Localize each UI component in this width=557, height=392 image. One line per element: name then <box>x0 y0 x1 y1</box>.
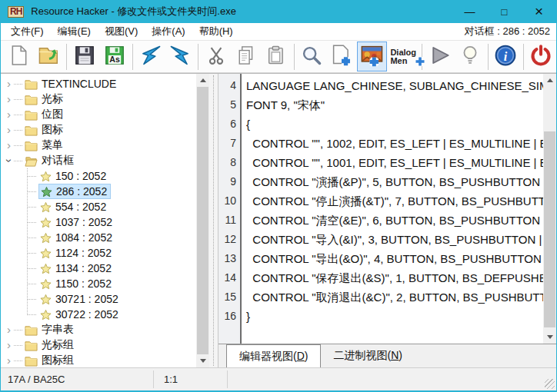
tree-guide <box>28 284 36 284</box>
menu-help[interactable]: 帮助(H) <box>192 23 240 40</box>
menu-edit[interactable]: 编辑(E) <box>51 23 98 40</box>
tree-guide <box>14 345 22 346</box>
minimize-button[interactable]: — <box>452 0 487 23</box>
tree-guide <box>14 99 22 100</box>
tree-guide <box>14 360 22 361</box>
code-line: CONTROL "保存退出(&S)", 1, BUTTON, BS_DEFPUS… <box>246 268 543 287</box>
chevron-right-icon[interactable]: › <box>4 338 14 352</box>
new-document-button[interactable] <box>4 42 34 71</box>
tree-item-1124-2052[interactable]: 1124 : 2052 <box>1 245 196 261</box>
go-back-button[interactable] <box>135 42 165 71</box>
search-icon <box>301 45 322 69</box>
chevron-right-icon[interactable]: › <box>4 77 14 91</box>
tree-guide <box>28 253 36 254</box>
code-line: CONTROL "清空(&E)", 6, BUTTON, BS_PUSHBUTT… <box>246 211 543 230</box>
star-icon <box>40 201 52 213</box>
resize-grip[interactable] <box>545 379 555 389</box>
toolbar-separator <box>294 44 295 70</box>
tree-item-150-2052[interactable]: 150 : 2052 <box>1 168 196 184</box>
chevron-down-icon[interactable]: › <box>2 156 16 166</box>
tree-item-30722-2052[interactable]: 30722 : 2052 <box>1 307 196 322</box>
scroll-up-arrow[interactable] <box>196 74 209 87</box>
editor-scrollbar-thumb[interactable] <box>544 131 555 327</box>
tree-item-286-2052[interactable]: 286 : 2052 <box>1 184 196 199</box>
sidebar-item-stringtable[interactable]: › 字串表 <box>1 322 196 337</box>
paste-button[interactable] <box>262 42 292 71</box>
chevron-right-icon[interactable]: › <box>4 123 14 137</box>
scroll-down-arrow[interactable] <box>543 331 556 344</box>
paste-icon <box>265 45 287 69</box>
power-icon <box>529 44 552 70</box>
sidebar-item-icon[interactable]: › 图标 <box>1 122 196 138</box>
chevron-right-icon[interactable]: › <box>4 323 14 337</box>
tree-scrollbar[interactable] <box>196 74 209 367</box>
maximize-button[interactable]: □ <box>487 0 522 23</box>
save-button[interactable] <box>69 42 99 71</box>
back-arrow-icon <box>138 44 162 70</box>
editor-scrollbar[interactable] <box>543 74 556 344</box>
sidebar-item-menu[interactable]: › 菜单 <box>1 138 196 153</box>
tree-item-1150-2052[interactable]: 1150 : 2052 <box>1 276 196 291</box>
panel-splitter[interactable] <box>209 74 218 367</box>
resource-hacker-window: RH Resource Hacker - 修改文件或文件夹时间.exe — □ … <box>0 0 557 392</box>
app-icon: RH <box>8 6 24 18</box>
code-editor[interactable]: LANGUAGE LANG_CHINESE, SUBLANG_CHINESE_S… <box>242 74 543 344</box>
cut-button[interactable] <box>201 42 231 71</box>
tree-item-1037-2052[interactable]: 1037 : 2052 <box>1 214 196 230</box>
chevron-right-icon[interactable]: › <box>4 138 14 152</box>
open-folder-icon <box>25 155 38 167</box>
view-tab-bar: 编辑器视图(D) 二进制视图(N) <box>218 344 556 367</box>
add-dialog-menu-button[interactable]: Dialog Men <box>387 42 419 71</box>
find-button[interactable] <box>297 42 327 71</box>
run-button[interactable] <box>425 42 455 71</box>
tree-guide <box>28 176 36 177</box>
add-resource-button[interactable] <box>327 42 357 71</box>
hints-button[interactable] <box>455 42 485 71</box>
menu-view[interactable]: 视图(V) <box>98 23 145 40</box>
chevron-right-icon[interactable]: › <box>4 354 14 367</box>
new-document-icon <box>9 44 29 70</box>
open-file-button[interactable] <box>34 42 64 71</box>
status-position: 1:1 <box>154 368 227 390</box>
copy-icon <box>235 45 257 69</box>
plus-icon <box>415 56 425 68</box>
chevron-right-icon[interactable]: › <box>4 92 14 106</box>
sidebar-item-dialog[interactable]: › 对话框 <box>1 153 196 168</box>
code-line: CONTROL "演播(&P)", 5, BUTTON, BS_PUSHBUTT… <box>246 172 543 191</box>
copy-button[interactable] <box>231 42 261 71</box>
sidebar-item-cursor[interactable]: › 光标 <box>1 91 196 107</box>
sidebar-item-textinclude[interactable]: › TEXTINCLUDE <box>1 76 196 91</box>
lightbulb-icon <box>459 45 481 69</box>
exit-button[interactable] <box>526 42 556 71</box>
star-icon <box>40 278 52 290</box>
status-size-info: 17A / BA25C <box>1 368 153 390</box>
toolbar: As <box>1 40 556 73</box>
tree-scrollbar-thumb[interactable] <box>197 87 208 354</box>
sidebar-item-bitmap[interactable]: › 位图 <box>1 107 196 122</box>
close-button[interactable]: × <box>522 0 556 23</box>
go-forward-button[interactable] <box>165 42 195 71</box>
toolbar-separator <box>523 44 524 70</box>
sidebar-item-icongroup[interactable]: › 图标组 <box>1 353 196 367</box>
about-button[interactable]: i <box>491 42 521 71</box>
tab-editor-view[interactable]: 编辑器视图(D) <box>226 344 321 367</box>
sidebar-item-cursorgroup[interactable]: › 光标组 <box>1 337 196 353</box>
tree-item-1134-2052[interactable]: 1134 : 2052 <box>1 261 196 276</box>
tree-guide <box>14 130 22 131</box>
tree-item-1084-2052[interactable]: 1084 : 2052 <box>1 230 196 245</box>
menu-file[interactable]: 文件(F) <box>4 23 51 40</box>
tree-item-30721-2052[interactable]: 30721 : 2052 <box>1 291 196 307</box>
scroll-down-arrow[interactable] <box>196 354 209 367</box>
save-as-icon: As <box>103 44 126 70</box>
scroll-up-arrow[interactable] <box>543 74 556 87</box>
chevron-right-icon[interactable]: › <box>4 108 14 121</box>
save-as-button[interactable]: As <box>100 42 130 71</box>
toolbar-separator <box>132 44 133 70</box>
add-image-resource-button[interactable] <box>357 42 387 71</box>
menu-action[interactable]: 操作(A) <box>145 23 192 40</box>
tree-item-554-2052[interactable]: 554 : 2052 <box>1 199 196 214</box>
tab-binary-view[interactable]: 二进制视图(N) <box>321 345 414 367</box>
scissors-icon <box>205 45 227 69</box>
menu-bar: 文件(F) 编辑(E) 视图(V) 操作(A) 帮助(H) 对话框 : 286 … <box>1 23 556 40</box>
folder-icon <box>25 125 38 136</box>
